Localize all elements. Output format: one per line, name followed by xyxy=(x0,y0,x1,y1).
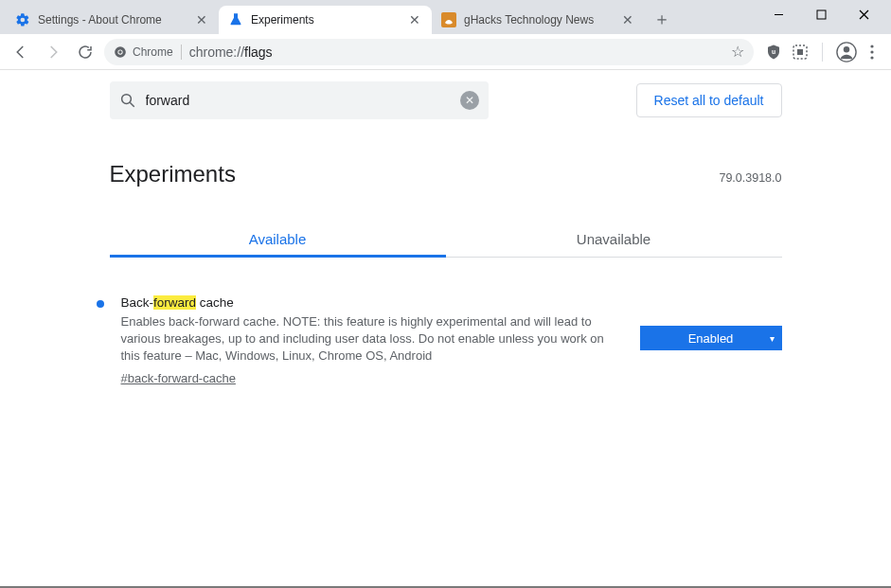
site-identity[interactable]: Chrome xyxy=(114,45,173,59)
experiment-modified-dot-icon xyxy=(97,300,104,308)
svg-point-14 xyxy=(870,50,873,53)
reload-button[interactable] xyxy=(72,39,98,65)
tab-strip: Settings - About Chrome ✕ Experiments ✕ … xyxy=(0,0,757,34)
svg-rect-10 xyxy=(797,49,803,55)
svg-point-13 xyxy=(870,45,873,47)
chrome-icon xyxy=(114,45,127,59)
svg-rect-2 xyxy=(817,10,826,19)
flags-search-box[interactable]: ✕ xyxy=(110,81,489,119)
window-controls xyxy=(757,0,891,28)
page-title: Experiments xyxy=(110,161,236,187)
clear-search-icon[interactable]: ✕ xyxy=(460,91,479,110)
separator xyxy=(181,45,182,60)
url-text: chrome://flags xyxy=(189,45,723,60)
profile-avatar-icon[interactable] xyxy=(836,42,857,62)
experiment-state-select[interactable]: Enabled xyxy=(640,326,782,350)
experiment-description: Enables back-forward cache. NOTE: this f… xyxy=(121,313,623,365)
browser-tab-settings[interactable]: Settings - About Chrome ✕ xyxy=(6,6,219,34)
extension-icons: u xyxy=(759,42,883,62)
site-identity-label: Chrome xyxy=(133,45,173,59)
experiment-item: Back-forward cache Enables back-forward … xyxy=(110,295,782,385)
tab-title: Settings - About Chrome xyxy=(38,13,187,27)
browser-toolbar: Chrome chrome://flags ☆ u xyxy=(0,34,891,70)
forward-button[interactable] xyxy=(40,39,66,65)
maximize-button[interactable] xyxy=(800,0,843,28)
close-window-button[interactable] xyxy=(843,0,885,28)
content-tabs: Available Unavailable xyxy=(110,222,782,258)
experiment-anchor-link[interactable]: #back-forward-cache xyxy=(121,371,236,385)
bookmark-star-icon[interactable]: ☆ xyxy=(731,43,744,61)
tab-unavailable[interactable]: Unavailable xyxy=(446,222,782,257)
menu-kebab-icon[interactable] xyxy=(866,45,878,60)
page-content-scroll[interactable]: ✕ Reset all to default Experiments 79.0.… xyxy=(0,70,891,586)
new-tab-button[interactable]: ＋ xyxy=(649,6,675,32)
browser-tab-ghacks[interactable]: gHacks Technology News ✕ xyxy=(432,6,645,34)
search-input[interactable] xyxy=(146,93,451,108)
close-icon[interactable]: ✕ xyxy=(194,12,209,27)
select-value: Enabled xyxy=(688,331,734,346)
flask-icon xyxy=(228,12,243,27)
svg-point-15 xyxy=(870,56,873,59)
address-bar[interactable]: Chrome chrome://flags ☆ xyxy=(104,39,754,65)
svg-text:u: u xyxy=(772,48,775,55)
gear-icon xyxy=(15,12,30,27)
close-icon[interactable]: ✕ xyxy=(620,12,635,27)
back-button[interactable] xyxy=(8,39,34,65)
separator xyxy=(822,43,823,62)
close-icon[interactable]: ✕ xyxy=(407,12,422,27)
svg-point-16 xyxy=(121,95,131,104)
minimize-button[interactable] xyxy=(757,0,800,28)
ublock-icon[interactable]: u xyxy=(765,44,782,61)
window-titlebar: Settings - About Chrome ✕ Experiments ✕ … xyxy=(0,0,891,34)
browser-tab-experiments[interactable]: Experiments ✕ xyxy=(219,6,432,34)
ghacks-icon xyxy=(441,12,456,27)
extension-icon[interactable] xyxy=(792,44,809,61)
experiment-title: Back-forward cache xyxy=(121,295,623,310)
svg-point-12 xyxy=(844,46,849,52)
search-icon xyxy=(119,92,136,109)
svg-line-17 xyxy=(130,102,134,107)
page-content: ✕ Reset all to default Experiments 79.0.… xyxy=(110,70,782,385)
search-highlight: forward xyxy=(153,295,196,310)
tab-title: Experiments xyxy=(251,13,400,27)
svg-point-7 xyxy=(118,50,122,54)
tab-available[interactable]: Available xyxy=(110,222,446,257)
chrome-version: 79.0.3918.0 xyxy=(719,171,781,185)
tab-title: gHacks Technology News xyxy=(464,13,613,27)
reset-all-button[interactable]: Reset all to default xyxy=(636,83,782,117)
